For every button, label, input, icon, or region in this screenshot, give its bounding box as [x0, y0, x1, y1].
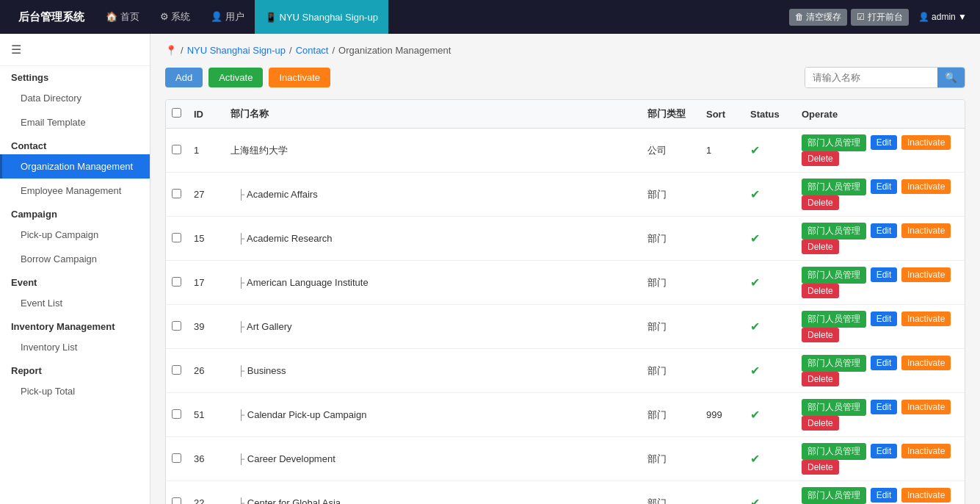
search-box: 🔍: [805, 67, 965, 88]
row-checkbox[interactable]: [172, 189, 181, 198]
status-check-icon: ✔: [750, 188, 760, 201]
edit-button[interactable]: Edit: [871, 400, 898, 414]
nav-menu: 🏠 首页 ⚙ 系统 👤 用户 📱 NYU Shanghai Sign-up: [95, 0, 789, 34]
dept-manage-button[interactable]: 部门人员管理: [802, 134, 866, 151]
edit-button[interactable]: Edit: [871, 223, 898, 238]
content-area: 📍 / NYU Shanghai Sign-up / Contact / Org…: [150, 34, 980, 504]
nav-nyu[interactable]: 📱 NYU Shanghai Sign-up: [255, 0, 388, 34]
delete-button[interactable]: Delete: [802, 151, 839, 166]
edit-button[interactable]: Edit: [871, 135, 898, 150]
col-operate: Operate: [796, 100, 965, 129]
row-name: ├ Academic Affairs: [225, 173, 642, 217]
delete-button[interactable]: Delete: [802, 284, 839, 298]
row-checkbox[interactable]: [172, 145, 181, 154]
activate-button[interactable]: Activate: [208, 68, 263, 87]
sidebar-item-email-template[interactable]: Email Template: [0, 110, 150, 134]
sidebar-toggle[interactable]: ☰: [0, 34, 150, 66]
row-status: ✔: [744, 349, 796, 393]
delete-button[interactable]: Delete: [802, 328, 839, 342]
delete-button[interactable]: Delete: [802, 240, 839, 254]
breadcrumb-nyu[interactable]: NYU Shanghai Sign-up: [187, 45, 286, 56]
row-checkbox[interactable]: [172, 453, 181, 463]
edit-button[interactable]: Edit: [871, 312, 898, 326]
nav-user[interactable]: 👤 用户: [200, 0, 255, 34]
delete-button[interactable]: Delete: [802, 460, 839, 475]
row-checkbox[interactable]: [172, 277, 181, 287]
row-sort: [700, 173, 744, 217]
row-checkbox[interactable]: [172, 321, 181, 331]
dept-manage-button[interactable]: 部门人员管理: [802, 223, 866, 240]
admin-button[interactable]: 👤 admin ▼: [912, 10, 973, 24]
breadcrumb-sep1: /: [181, 45, 184, 56]
clear-cache-button[interactable]: 🗑 清空缓存: [789, 9, 847, 26]
row-id: 51: [188, 393, 225, 437]
row-status: ✔: [744, 217, 796, 261]
open-frontend-button[interactable]: ☑ 打开前台: [851, 9, 908, 26]
status-check-icon: ✔: [750, 497, 760, 504]
breadcrumb-contact[interactable]: Contact: [296, 45, 329, 56]
sidebar-item-pickup-total[interactable]: Pick-up Total: [0, 379, 150, 403]
dept-manage-button[interactable]: 部门人员管理: [802, 487, 866, 504]
search-button[interactable]: 🔍: [937, 68, 965, 87]
status-check-icon: ✔: [750, 453, 760, 465]
row-checkbox[interactable]: [172, 365, 181, 375]
row-name: ├ Career Development: [225, 437, 642, 481]
sidebar-item-employee-management[interactable]: Employee Management: [0, 179, 150, 203]
row-type: 部门: [642, 305, 700, 349]
edit-button[interactable]: Edit: [871, 356, 898, 370]
delete-button[interactable]: Delete: [802, 195, 839, 210]
table-header-row: ID 部门名称 部门类型 Sort Status Operate: [166, 100, 965, 129]
search-input[interactable]: [805, 68, 937, 87]
status-check-icon: ✔: [750, 276, 760, 289]
section-report: Report: [0, 359, 150, 379]
nav-system[interactable]: ⚙ 系统: [150, 0, 201, 34]
row-name: ├ Art Gallery: [225, 305, 642, 349]
row-sort: 1: [700, 129, 744, 173]
row-sort: [700, 305, 744, 349]
row-checkbox[interactable]: [172, 497, 181, 505]
dept-manage-button[interactable]: 部门人员管理: [802, 311, 866, 328]
dept-manage-button[interactable]: 部门人员管理: [802, 267, 866, 284]
edit-button[interactable]: Edit: [871, 444, 898, 458]
row-inactivate-button[interactable]: Inactivate: [901, 444, 951, 458]
edit-button[interactable]: Edit: [871, 179, 898, 194]
row-inactivate-button[interactable]: Inactivate: [901, 400, 951, 414]
edit-button[interactable]: Edit: [871, 488, 898, 503]
sidebar-item-inventory-list[interactable]: Inventory List: [0, 335, 150, 359]
dept-manage-button[interactable]: 部门人员管理: [802, 179, 866, 195]
row-inactivate-button[interactable]: Inactivate: [901, 312, 951, 326]
row-inactivate-button[interactable]: Inactivate: [901, 267, 951, 282]
inactivate-button[interactable]: Inactivate: [269, 68, 330, 87]
row-inactivate-button[interactable]: Inactivate: [901, 179, 951, 194]
nav-home[interactable]: 🏠 首页: [95, 0, 150, 34]
row-operate: 部门人员管理 Edit Inactivate Delete: [796, 173, 965, 217]
row-inactivate-button[interactable]: Inactivate: [901, 488, 951, 503]
status-check-icon: ✔: [750, 408, 760, 421]
toolbar: Add Activate Inactivate 🔍: [165, 67, 965, 88]
sidebar-item-event-list[interactable]: Event List: [0, 291, 150, 315]
row-operate: 部门人员管理 Edit Inactivate Delete: [796, 217, 965, 261]
row-inactivate-button[interactable]: Inactivate: [901, 223, 951, 238]
row-inactivate-button[interactable]: Inactivate: [901, 356, 951, 370]
dept-manage-button[interactable]: 部门人员管理: [802, 443, 866, 460]
row-status: ✔: [744, 261, 796, 305]
delete-button[interactable]: Delete: [802, 416, 839, 431]
dept-manage-button[interactable]: 部门人员管理: [802, 355, 866, 372]
edit-button[interactable]: Edit: [871, 267, 898, 282]
section-contact: Contact: [0, 134, 150, 154]
row-sort: [700, 437, 744, 481]
row-inactivate-button[interactable]: Inactivate: [901, 135, 951, 150]
add-button[interactable]: Add: [165, 68, 203, 87]
sidebar-item-org-management[interactable]: Organization Management: [0, 154, 150, 179]
row-operate: 部门人员管理 Edit Inactivate Delete: [796, 393, 965, 437]
select-all-checkbox[interactable]: [172, 108, 181, 118]
delete-button[interactable]: Delete: [802, 372, 839, 386]
sidebar-item-pickup-campaign[interactable]: Pick-up Campaign: [0, 223, 150, 247]
row-checkbox[interactable]: [172, 409, 181, 419]
row-sort: [700, 261, 744, 305]
table-row: 1 上海纽约大学 公司 1 ✔ 部门人员管理 Edit Inactivate D…: [166, 129, 965, 173]
dept-manage-button[interactable]: 部门人员管理: [802, 399, 866, 416]
sidebar-item-data-directory[interactable]: Data Directory: [0, 86, 150, 110]
row-checkbox[interactable]: [172, 233, 181, 242]
sidebar-item-borrow-campaign[interactable]: Borrow Campaign: [0, 247, 150, 271]
